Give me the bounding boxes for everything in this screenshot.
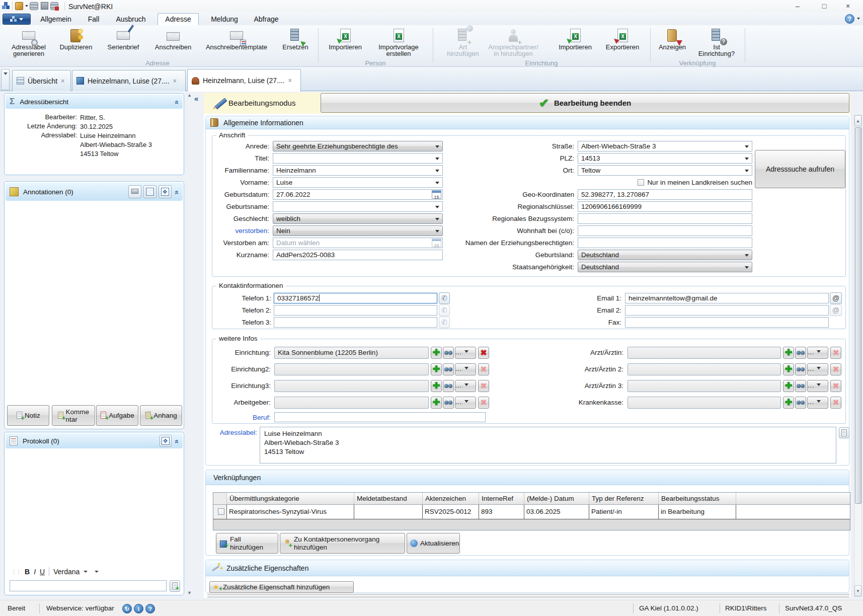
familienname-combo[interactable]: Heinzelmann	[273, 165, 443, 176]
database-lock-icon[interactable]	[30, 2, 38, 10]
kontaktpersonenvorgang-button[interactable]: Zu Kontaktpersonenvorgang hinzufügen	[280, 533, 405, 554]
ribbon-tab-adresse[interactable]: Adresse	[158, 13, 199, 25]
tab-list-dropdown[interactable]	[1, 69, 10, 90]
finish-edit-button[interactable]: ✔ Bearbeitung beenden	[321, 93, 849, 113]
row-checkbox[interactable]	[218, 508, 224, 515]
collapse-chevron-icon[interactable]: «	[173, 190, 181, 193]
bold-button[interactable]: B	[25, 568, 30, 576]
table-row[interactable]: Respiratorisches-Synzytial-Virus RSV2025…	[213, 505, 850, 519]
email-icon[interactable]: @	[830, 304, 842, 316]
col-meldetatbestand[interactable]: Meldetatbestand	[354, 493, 423, 504]
remove-icon[interactable]: ✖	[830, 363, 841, 375]
titel-combo[interactable]	[273, 153, 443, 164]
beruf-input[interactable]	[274, 412, 486, 422]
close-tab-icon[interactable]: ×	[173, 78, 177, 85]
ribbon-tab-allgemein[interactable]: Allgemein	[31, 14, 81, 25]
arzt2-field[interactable]	[627, 363, 781, 375]
ribbon-button-person-importieren[interactable]: Importieren	[322, 27, 368, 64]
ribbon-button-importvorlage[interactable]: Importvorlage erstellen	[369, 27, 428, 64]
more-options-button[interactable]: ...	[807, 397, 828, 409]
vertical-scrollbar[interactable]: ▲ ▼	[854, 115, 862, 597]
scrollbar-thumb[interactable]	[855, 127, 861, 504]
quick-access-icon[interactable]	[15, 2, 23, 10]
database-export-icon[interactable]	[50, 2, 58, 10]
staatsangehoerigkeit-select[interactable]: Deutschland	[578, 262, 752, 272]
adresslabel-box[interactable]: Luise Heinzelmann Albert-Wiebach-Straße …	[260, 427, 836, 464]
col-typ-der-referenz[interactable]: Typ der Referenz	[589, 493, 659, 504]
horizontal-scrollbar[interactable]	[207, 594, 849, 597]
fall-hinzufuegen-button[interactable]: Fall hinzufügen	[216, 533, 278, 554]
minimize-button[interactable]: –	[789, 1, 807, 12]
search-icon[interactable]	[795, 397, 806, 409]
geschlecht-select[interactable]: weiblich	[273, 213, 443, 224]
ribbon-tab-fall[interactable]: Fall	[81, 14, 107, 25]
telefon3-input[interactable]	[274, 317, 437, 328]
close-tab-icon[interactable]: ×	[288, 77, 292, 84]
sidebar-scroll-up-icon[interactable]: ▲	[187, 93, 192, 98]
sidebar-scroll-down-icon[interactable]: ▼	[187, 590, 192, 595]
email1-input[interactable]: heinzelmannteltow@gmail.de	[625, 293, 829, 303]
font-select[interactable]: Verdana	[53, 568, 80, 576]
telefon1-input[interactable]: 03327186572	[274, 293, 437, 303]
remove-icon[interactable]: ✖	[830, 347, 841, 359]
ribbon-button-exportieren[interactable]: Exportieren	[600, 27, 645, 64]
grid-icon[interactable]	[143, 185, 156, 198]
font-caret-icon[interactable]	[84, 571, 88, 573]
geburtsname-combo[interactable]	[273, 201, 443, 212]
ribbon-tab-abfrage[interactable]: Abfrage	[246, 14, 286, 25]
arzt1-field[interactable]	[627, 347, 781, 359]
fax-input[interactable]	[625, 317, 829, 328]
ribbon-button-ersetzen[interactable]: Ersetzen	[276, 27, 315, 64]
plz-combo[interactable]: 14513	[578, 153, 752, 164]
tab-uebersicht[interactable]: Übersicht×	[12, 70, 71, 91]
email-icon[interactable]: @	[830, 292, 842, 304]
zusaetzliche-eigenschaft-button[interactable]: ★ Zusätzliche Eigenschaft hinzufügen	[209, 581, 354, 593]
arzt3-field[interactable]	[627, 380, 781, 392]
telefon2-input[interactable]	[274, 305, 437, 316]
ribbon-button-einrichtung-importieren[interactable]: Importieren	[552, 27, 599, 64]
help-caret-icon[interactable]	[857, 18, 860, 20]
ribbon-button-adresslabel-generieren[interactable]: Adresslabel generieren	[6, 27, 51, 64]
collapse-chevron-icon[interactable]: «	[173, 439, 181, 442]
info-status-icon[interactable]: i	[134, 604, 143, 613]
close-tab-icon[interactable]: ×	[61, 78, 64, 85]
ribbon-button-ansprechpartner[interactable]: + Ansprechpartner/ in hinzufügen	[482, 27, 544, 64]
adresssuche-button[interactable]: Adresssuche aufrufen	[755, 150, 845, 188]
regionalschluessel-input[interactable]: 1206906166169999	[578, 201, 752, 212]
scroll-up-icon[interactable]: ▲	[854, 115, 861, 126]
geburtsdatum-input[interactable]: 27.06.2022	[273, 189, 443, 200]
tab-heinzelmann-1[interactable]: Heinzelmann, Luise (27....×	[72, 70, 186, 91]
more-options-button[interactable]: ...	[807, 363, 828, 375]
kommentar-button[interactable]: + Kommentar	[52, 405, 95, 426]
underline-button[interactable]: U	[40, 568, 45, 576]
ribbon-button-anzeigen[interactable]: Anzeigen	[654, 27, 690, 64]
save-icon[interactable]	[41, 2, 48, 10]
remove-icon[interactable]: ✖	[830, 380, 841, 392]
ribbon-button-anschreiben[interactable]: Anschreiben	[146, 27, 200, 64]
add-icon[interactable]: ✚	[783, 380, 794, 392]
strasse-combo[interactable]: Albert-Wiebach-Straße 3	[578, 141, 752, 151]
anrede-select[interactable]: Sehr geehrte Erziehungsberechtigte des	[273, 141, 443, 151]
more-options-button[interactable]: ...	[807, 380, 828, 392]
col-melde-datum[interactable]: (Melde-) Datum	[524, 493, 589, 504]
verstorben-am-input[interactable]: Datum wählen	[273, 238, 443, 248]
note-input[interactable]	[10, 580, 167, 591]
wohnhaft-input[interactable]	[578, 225, 752, 236]
kurzname-input[interactable]: AddPers2025-0083	[273, 250, 443, 260]
col-interneref[interactable]: InterneRef	[479, 493, 524, 504]
col-bearbeitungsstatus[interactable]: Bearbeitungsstatus	[659, 493, 736, 504]
vorname-combo[interactable]: Luise	[273, 177, 443, 188]
ribbon-tab-ausbruch[interactable]: Ausbruch	[108, 14, 154, 25]
arbeitgeber-field[interactable]	[274, 397, 429, 409]
bezugssystem-input[interactable]	[578, 213, 752, 224]
tab-heinzelmann-2[interactable]: Heinzelmann, Luise (27....×	[187, 69, 301, 92]
geburtsland-select[interactable]: Deutschland	[578, 250, 752, 260]
ribbon-button-ist-einrichtung[interactable]: ? Ist Einrichtung?	[691, 27, 742, 64]
expand-icon[interactable]: ✥	[159, 185, 172, 198]
close-button[interactable]: ×	[839, 1, 857, 12]
aktualisieren-button[interactable]: Aktualisieren	[407, 533, 460, 554]
anhang-button[interactable]: + Anhang	[140, 405, 182, 426]
print-icon[interactable]	[128, 185, 141, 198]
size-caret-icon[interactable]	[95, 571, 99, 573]
search-icon[interactable]	[795, 380, 806, 392]
